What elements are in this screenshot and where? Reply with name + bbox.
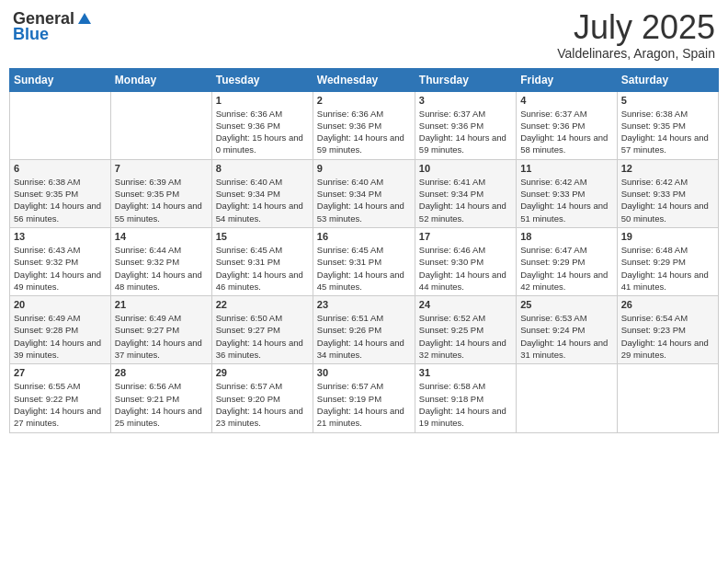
calendar-cell: 21Sunrise: 6:49 AM Sunset: 9:27 PM Dayli… [110,296,211,364]
calendar-week-row: 13Sunrise: 6:43 AM Sunset: 9:32 PM Dayli… [10,227,719,295]
day-info: Sunrise: 6:44 AM Sunset: 9:32 PM Dayligh… [115,244,208,293]
day-number: 11 [520,163,612,174]
calendar-day-header: Sunday [10,68,111,91]
day-number: 27 [14,367,107,378]
day-number: 20 [14,299,107,310]
day-info: Sunrise: 6:55 AM Sunset: 9:22 PM Dayligh… [14,380,107,429]
day-info: Sunrise: 6:42 AM Sunset: 9:33 PM Dayligh… [520,176,612,224]
day-info: Sunrise: 6:37 AM Sunset: 9:36 PM Dayligh… [520,108,612,156]
logo-blue: Blue [13,25,49,44]
day-number: 24 [419,299,512,310]
calendar-day-header: Monday [110,68,211,91]
location-title: Valdelinares, Aragon, Spain [557,46,715,61]
calendar-cell: 19Sunrise: 6:48 AM Sunset: 9:29 PM Dayli… [617,227,718,295]
day-number: 6 [14,163,107,174]
calendar-cell: 13Sunrise: 6:43 AM Sunset: 9:32 PM Dayli… [10,227,111,295]
day-info: Sunrise: 6:40 AM Sunset: 9:34 PM Dayligh… [216,176,309,224]
calendar-cell: 23Sunrise: 6:51 AM Sunset: 9:26 PM Dayli… [313,296,415,364]
calendar-cell: 9Sunrise: 6:40 AM Sunset: 9:34 PM Daylig… [313,159,415,227]
calendar-cell: 28Sunrise: 6:56 AM Sunset: 9:21 PM Dayli… [110,364,211,432]
day-info: Sunrise: 6:37 AM Sunset: 9:36 PM Dayligh… [419,108,512,156]
day-info: Sunrise: 6:46 AM Sunset: 9:30 PM Dayligh… [419,244,512,293]
calendar-day-header: Tuesday [211,68,313,91]
month-title: July 2025 [557,9,715,46]
calendar-cell [517,364,617,432]
calendar-day-header: Saturday [617,68,718,91]
day-number: 7 [115,163,208,174]
day-info: Sunrise: 6:45 AM Sunset: 9:31 PM Dayligh… [317,244,411,293]
calendar-cell: 29Sunrise: 6:57 AM Sunset: 9:20 PM Dayli… [211,364,313,432]
day-info: Sunrise: 6:53 AM Sunset: 9:24 PM Dayligh… [520,312,612,361]
calendar-table: SundayMondayTuesdayWednesdayThursdayFrid… [9,68,719,433]
day-info: Sunrise: 6:38 AM Sunset: 9:35 PM Dayligh… [14,176,107,224]
logo-icon [76,11,93,28]
calendar-week-row: 20Sunrise: 6:49 AM Sunset: 9:28 PM Dayli… [10,296,719,364]
calendar-cell: 15Sunrise: 6:45 AM Sunset: 9:31 PM Dayli… [211,227,313,295]
calendar-cell [110,91,211,159]
calendar-day-header: Thursday [415,68,516,91]
day-info: Sunrise: 6:56 AM Sunset: 9:21 PM Dayligh… [115,380,208,429]
day-info: Sunrise: 6:39 AM Sunset: 9:35 PM Dayligh… [115,176,208,224]
day-number: 26 [621,299,714,310]
day-info: Sunrise: 6:42 AM Sunset: 9:33 PM Dayligh… [621,176,714,224]
calendar-week-row: 27Sunrise: 6:55 AM Sunset: 9:22 PM Dayli… [10,364,719,432]
calendar-cell [617,364,718,432]
day-number: 17 [419,231,512,242]
day-info: Sunrise: 6:49 AM Sunset: 9:27 PM Dayligh… [115,312,208,361]
calendar-cell: 25Sunrise: 6:53 AM Sunset: 9:24 PM Dayli… [517,296,617,364]
day-number: 5 [621,95,714,106]
calendar-header-row: SundayMondayTuesdayWednesdayThursdayFrid… [10,68,719,91]
calendar-cell: 16Sunrise: 6:45 AM Sunset: 9:31 PM Dayli… [313,227,415,295]
day-info: Sunrise: 6:51 AM Sunset: 9:26 PM Dayligh… [317,312,411,361]
logo: General Blue [13,9,93,44]
calendar-cell: 7Sunrise: 6:39 AM Sunset: 9:35 PM Daylig… [110,159,211,227]
calendar-cell: 20Sunrise: 6:49 AM Sunset: 9:28 PM Dayli… [10,296,111,364]
title-block: July 2025 Valdelinares, Aragon, Spain [557,9,715,61]
calendar-cell: 8Sunrise: 6:40 AM Sunset: 9:34 PM Daylig… [211,159,313,227]
day-info: Sunrise: 6:52 AM Sunset: 9:25 PM Dayligh… [419,312,512,361]
day-info: Sunrise: 6:45 AM Sunset: 9:31 PM Dayligh… [216,244,309,293]
calendar-day-header: Friday [517,68,617,91]
calendar-cell: 17Sunrise: 6:46 AM Sunset: 9:30 PM Dayli… [415,227,516,295]
calendar-cell: 12Sunrise: 6:42 AM Sunset: 9:33 PM Dayli… [617,159,718,227]
calendar-cell: 10Sunrise: 6:41 AM Sunset: 9:34 PM Dayli… [415,159,516,227]
day-number: 14 [115,231,208,242]
day-info: Sunrise: 6:49 AM Sunset: 9:28 PM Dayligh… [14,312,107,361]
day-info: Sunrise: 6:54 AM Sunset: 9:23 PM Dayligh… [621,312,714,361]
calendar-cell: 4Sunrise: 6:37 AM Sunset: 9:36 PM Daylig… [517,91,617,159]
day-info: Sunrise: 6:57 AM Sunset: 9:20 PM Dayligh… [216,380,309,429]
day-number: 18 [520,231,612,242]
calendar-cell: 11Sunrise: 6:42 AM Sunset: 9:33 PM Dayli… [517,159,617,227]
calendar-cell: 1Sunrise: 6:36 AM Sunset: 9:36 PM Daylig… [211,91,313,159]
day-number: 30 [317,367,411,378]
day-info: Sunrise: 6:47 AM Sunset: 9:29 PM Dayligh… [520,244,612,293]
day-info: Sunrise: 6:48 AM Sunset: 9:29 PM Dayligh… [621,244,714,293]
calendar-body: 1Sunrise: 6:36 AM Sunset: 9:36 PM Daylig… [10,91,719,432]
day-number: 2 [317,95,411,106]
day-info: Sunrise: 6:43 AM Sunset: 9:32 PM Dayligh… [14,244,107,293]
calendar-cell: 6Sunrise: 6:38 AM Sunset: 9:35 PM Daylig… [10,159,111,227]
day-number: 15 [216,231,309,242]
calendar-cell: 22Sunrise: 6:50 AM Sunset: 9:27 PM Dayli… [211,296,313,364]
calendar-cell: 3Sunrise: 6:37 AM Sunset: 9:36 PM Daylig… [415,91,516,159]
svg-marker-0 [78,13,91,24]
day-number: 9 [317,163,411,174]
day-number: 3 [419,95,512,106]
day-number: 16 [317,231,411,242]
day-number: 29 [216,367,309,378]
day-number: 4 [520,95,612,106]
calendar-week-row: 1Sunrise: 6:36 AM Sunset: 9:36 PM Daylig… [10,91,719,159]
calendar-cell: 5Sunrise: 6:38 AM Sunset: 9:35 PM Daylig… [617,91,718,159]
day-info: Sunrise: 6:50 AM Sunset: 9:27 PM Dayligh… [216,312,309,361]
day-number: 8 [216,163,309,174]
calendar-cell: 26Sunrise: 6:54 AM Sunset: 9:23 PM Dayli… [617,296,718,364]
day-info: Sunrise: 6:36 AM Sunset: 9:36 PM Dayligh… [317,108,411,156]
day-info: Sunrise: 6:36 AM Sunset: 9:36 PM Dayligh… [216,108,309,156]
day-info: Sunrise: 6:57 AM Sunset: 9:19 PM Dayligh… [317,380,411,429]
calendar-cell: 31Sunrise: 6:58 AM Sunset: 9:18 PM Dayli… [415,364,516,432]
day-number: 28 [115,367,208,378]
day-info: Sunrise: 6:40 AM Sunset: 9:34 PM Dayligh… [317,176,411,224]
calendar-cell: 27Sunrise: 6:55 AM Sunset: 9:22 PM Dayli… [10,364,111,432]
day-info: Sunrise: 6:58 AM Sunset: 9:18 PM Dayligh… [419,380,512,429]
day-number: 23 [317,299,411,310]
